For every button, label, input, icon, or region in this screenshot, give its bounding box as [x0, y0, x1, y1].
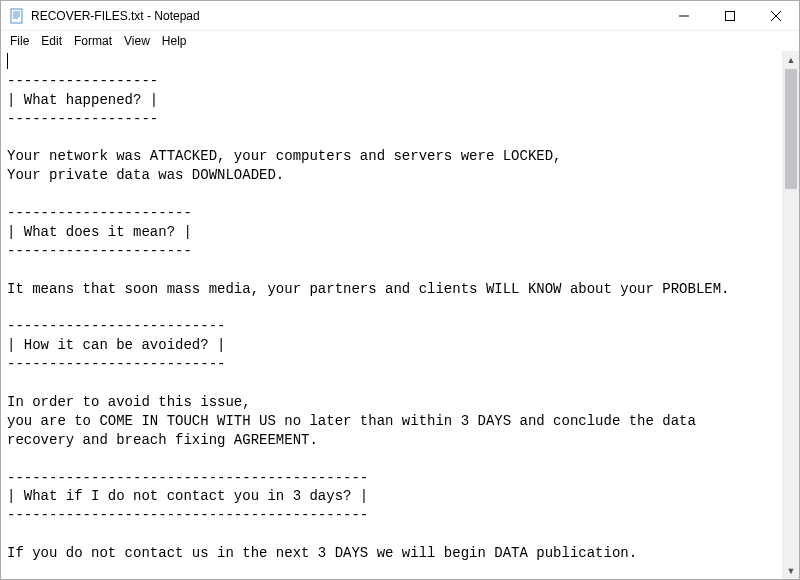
minimize-button[interactable]: [661, 1, 707, 31]
window-titlebar: RECOVER-FILES.txt - Notepad: [1, 1, 799, 31]
vertical-scrollbar[interactable]: ▲ ▼: [782, 51, 799, 579]
text-caret: [7, 53, 8, 69]
menu-help[interactable]: Help: [157, 33, 192, 49]
maximize-button[interactable]: [707, 1, 753, 31]
menu-format[interactable]: Format: [69, 33, 117, 49]
svg-rect-6: [726, 11, 735, 20]
scroll-down-arrow-icon[interactable]: ▼: [783, 562, 799, 579]
scrollbar-thumb[interactable]: [785, 69, 797, 189]
scroll-up-arrow-icon[interactable]: ▲: [783, 51, 799, 68]
text-editor[interactable]: ------------------ | What happened? | --…: [1, 51, 782, 579]
close-button[interactable]: [753, 1, 799, 31]
menu-view[interactable]: View: [119, 33, 155, 49]
editor-wrap: ------------------ | What happened? | --…: [1, 51, 799, 579]
notepad-app-icon: [9, 8, 25, 24]
menu-file[interactable]: File: [5, 33, 34, 49]
window-title: RECOVER-FILES.txt - Notepad: [31, 9, 200, 23]
menu-bar: File Edit Format View Help: [1, 31, 799, 51]
menu-edit[interactable]: Edit: [36, 33, 67, 49]
